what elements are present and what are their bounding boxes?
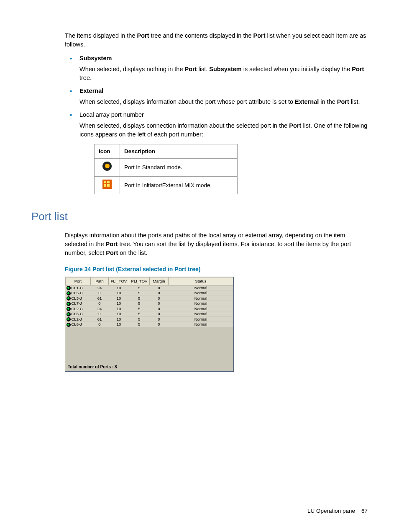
margin-cell: 0 <box>150 322 169 327</box>
table-row[interactable]: CL3-J611050Normal <box>66 296 233 301</box>
port-standard-icon <box>66 312 71 316</box>
path-cell: 24 <box>91 306 109 311</box>
pli-cell: 5 <box>129 322 150 327</box>
figure-caption: Figure 34 Port list (External selected i… <box>65 265 368 273</box>
port-standard-icon <box>66 296 71 301</box>
table-row[interactable]: CL5-C01050Normal <box>66 290 233 296</box>
port-cell: CL7-J <box>66 301 91 306</box>
bullet-local-array-port: Local array port number When selected, d… <box>65 111 368 195</box>
pli-cell: 5 <box>129 306 150 311</box>
pli-cell: 5 <box>129 290 150 296</box>
bullet-desc: When selected, displays connection infor… <box>79 121 368 139</box>
col-path[interactable]: Path <box>91 277 109 285</box>
port-list-screenshot: Port Path FLI_TOV PLI_TOV Margin Status … <box>65 277 234 372</box>
fli-cell: 10 <box>109 296 129 301</box>
pli-cell: 5 <box>129 311 150 316</box>
table-row[interactable]: CL6-C01050Normal <box>66 311 233 316</box>
pli-cell: 5 <box>129 316 150 321</box>
bullet-title: Subsystem <box>79 55 112 62</box>
port-cell: CL1-C <box>66 285 91 290</box>
icon-desc: Port in Initiator/External MIX mode. <box>120 176 238 194</box>
port-standard-icon <box>66 286 71 290</box>
path-cell: 0 <box>91 322 109 327</box>
table-row: Port in Initiator/External MIX mode. <box>95 176 238 194</box>
icon-table-header-description: Description <box>120 144 238 159</box>
margin-cell: 0 <box>150 306 169 311</box>
path-cell: 0 <box>91 301 109 306</box>
status-cell: Normal <box>169 316 233 321</box>
status-cell: Normal <box>169 306 233 311</box>
intro-paragraph: The items displayed in the Port tree and… <box>65 31 368 49</box>
icon-description-table: Icon Description Port in Standard mode. … <box>94 144 238 195</box>
table-row[interactable]: CL1-C241050Normal <box>66 285 233 290</box>
bullet-desc: When selected, displays information abou… <box>79 98 368 106</box>
port-list-footer: Total number of Ports : 8 <box>65 363 233 372</box>
port-standard-icon <box>66 291 71 296</box>
port-tree-items-list: Subsystem When selected, displays nothin… <box>65 54 368 195</box>
fli-cell: 10 <box>109 316 129 321</box>
icon-desc: Port in Standard mode. <box>120 159 238 177</box>
bullet-external: External When selected, displays informa… <box>65 87 368 106</box>
status-cell: Normal <box>169 296 233 301</box>
status-cell: Normal <box>169 285 233 290</box>
bullet-desc: When selected, displays nothing in the P… <box>79 65 368 82</box>
port-standard-icon <box>66 317 71 321</box>
table-row[interactable]: CL7-J01050Normal <box>66 301 233 306</box>
margin-cell: 0 <box>150 311 169 316</box>
status-cell: Normal <box>169 301 233 306</box>
col-margin[interactable]: Margin <box>150 277 169 285</box>
col-fli-tov[interactable]: FLI_TOV <box>109 277 129 285</box>
col-pli-tov[interactable]: PLI_TOV <box>129 277 150 285</box>
col-port[interactable]: Port <box>66 277 91 285</box>
path-cell: 61 <box>91 296 109 301</box>
port-list-empty-area <box>65 327 233 363</box>
margin-cell: 0 <box>150 296 169 301</box>
port-list-heading: Port list <box>31 209 368 225</box>
icon-table-header-icon: Icon <box>95 144 120 159</box>
status-cell: Normal <box>169 290 233 296</box>
col-status[interactable]: Status <box>169 277 233 285</box>
margin-cell: 0 <box>150 301 169 306</box>
margin-cell: 0 <box>150 290 169 296</box>
mix-port-icon <box>102 180 112 189</box>
port-cell: CL6-J <box>66 322 91 327</box>
table-row[interactable]: CL6-J01050Normal <box>66 322 233 327</box>
fli-cell: 10 <box>109 306 129 311</box>
bullet-title: Local array port number <box>79 111 144 118</box>
port-cell: CL2-J <box>66 316 91 321</box>
pli-cell: 5 <box>129 285 150 290</box>
table-row: Port in Standard mode. <box>95 159 238 177</box>
port-cell: CL2-C <box>66 306 91 311</box>
port-list-table: Port Path FLI_TOV PLI_TOV Margin Status … <box>65 277 233 327</box>
table-row[interactable]: CL2-J611050Normal <box>66 316 233 321</box>
standard-port-icon <box>102 162 112 171</box>
pli-cell: 5 <box>129 301 150 306</box>
margin-cell: 0 <box>150 285 169 290</box>
port-list-description: Displays information about the ports and… <box>65 231 368 257</box>
status-cell: Normal <box>169 322 233 327</box>
path-cell: 61 <box>91 316 109 321</box>
bullet-title: External <box>79 87 103 94</box>
bullet-subsystem: Subsystem When selected, displays nothin… <box>65 54 368 82</box>
table-row[interactable]: CL2-C241050Normal <box>66 306 233 311</box>
margin-cell: 0 <box>150 316 169 321</box>
path-cell: 24 <box>91 285 109 290</box>
fli-cell: 10 <box>109 311 129 316</box>
fli-cell: 10 <box>109 285 129 290</box>
port-cell: CL6-C <box>66 311 91 316</box>
pli-cell: 5 <box>129 296 150 301</box>
port-standard-icon <box>66 302 71 306</box>
path-cell: 0 <box>91 311 109 316</box>
fli-cell: 10 <box>109 301 129 306</box>
port-cell: CL5-C <box>66 290 91 296</box>
path-cell: 0 <box>91 290 109 296</box>
fli-cell: 10 <box>109 322 129 327</box>
fli-cell: 10 <box>109 290 129 296</box>
port-cell: CL3-J <box>66 296 91 301</box>
status-cell: Normal <box>169 311 233 316</box>
port-standard-icon <box>66 323 71 327</box>
port-standard-icon <box>66 307 71 311</box>
